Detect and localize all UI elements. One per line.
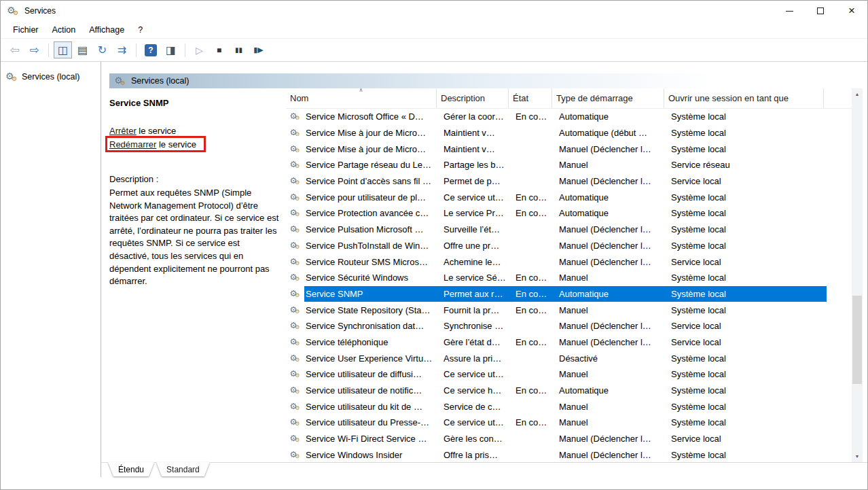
cell-session: Système local xyxy=(667,366,827,383)
scrollbar-thumb[interactable] xyxy=(852,296,862,384)
cell-description: Assure la pri… xyxy=(439,350,511,366)
table-row[interactable]: Service Synchronisation dat…Synchronise … xyxy=(286,318,852,334)
table-row-selected[interactable]: Service SNMPPermet aux r…En co…Automatiq… xyxy=(286,286,852,302)
table-row[interactable]: Service Partage réseau du Le…Partage les… xyxy=(286,157,852,173)
menu-action[interactable]: Action xyxy=(46,22,83,37)
column-header-label: État xyxy=(513,93,528,103)
column-header-description[interactable]: Description xyxy=(437,88,509,108)
table-row[interactable]: Service Sécurité WindowsLe service Sé…En… xyxy=(286,270,852,286)
row-columns: Service Microsoft Office « D…Gérer la co… xyxy=(304,109,827,125)
close-button[interactable]: × xyxy=(836,1,867,21)
table-row[interactable]: Service Pulsation Microsoft …Surveille l… xyxy=(286,222,852,238)
row-columns: Service utilisateur du kit de …Service d… xyxy=(304,398,827,415)
menu-affichage[interactable]: Affichage xyxy=(82,22,131,37)
column-header-etat[interactable]: État xyxy=(509,88,552,108)
table-row[interactable]: Service Routeur SMS Micros…Achemine le…M… xyxy=(286,253,852,270)
cell-nom: Service State Repository (Sta… xyxy=(304,302,439,318)
export-list-icon[interactable]: ⇉ xyxy=(113,41,131,58)
cell-description: Permet de p… xyxy=(439,173,511,190)
menu-fichier[interactable]: Fichier xyxy=(6,22,46,37)
cell-etat: En co… xyxy=(511,415,555,431)
column-header-type-demarrage[interactable]: Type de démarrage xyxy=(552,88,664,108)
cell-description: Ce service ut… xyxy=(439,366,511,383)
table-row[interactable]: Service User Experience Virtu…Assure la … xyxy=(286,350,852,366)
row-columns: Service téléphoniqueGère l’état d…En co…… xyxy=(304,334,827,351)
show-hide-action-pane-icon[interactable]: ◨ xyxy=(162,41,180,58)
service-gear-icon xyxy=(289,402,303,412)
cell-session: Système local xyxy=(667,189,827,205)
minimize-button[interactable] xyxy=(774,1,805,21)
cell-etat xyxy=(511,173,555,190)
cell-description: Surveille l’ét… xyxy=(439,222,511,238)
main-area: Services (local) Services (local) Servic… xyxy=(1,62,867,477)
column-header-session[interactable]: Ouvrir une session en tant que xyxy=(664,88,824,108)
stop-service-link[interactable]: Arrêter xyxy=(109,126,137,136)
table-row[interactable]: Service utilisateur du Presse-…Ce servic… xyxy=(286,415,852,431)
table-row[interactable]: Service utilisateur du kit de …Service d… xyxy=(286,398,852,415)
help-icon[interactable]: ? xyxy=(145,44,157,56)
service-gear-icon xyxy=(289,176,303,186)
scroll-down-button[interactable]: ▼ xyxy=(852,451,863,462)
cell-session: Service local xyxy=(667,253,827,270)
table-row[interactable]: Service Windows InsiderOffre la pris…Man… xyxy=(286,447,852,462)
cell-description: Maintient v… xyxy=(439,125,511,141)
service-gear-icon xyxy=(289,128,303,138)
row-columns: Service Protection avancée c…Le service … xyxy=(304,205,827,222)
cell-type-demarrage: Manuel (Déclencher l… xyxy=(555,238,667,254)
restart-service-icon[interactable]: ▮▶ xyxy=(249,41,268,58)
service-gear-icon xyxy=(289,289,303,299)
row-columns: Service Partage réseau du Le…Partage les… xyxy=(304,157,827,173)
cell-description: Gère l’état d… xyxy=(439,334,511,351)
list-header: Nom∧DescriptionÉtatType de démarrageOuvr… xyxy=(286,88,852,109)
stop-service-icon[interactable]: ■ xyxy=(210,41,228,58)
toolbar-separator xyxy=(48,43,49,57)
tab-etendu[interactable]: Étendu xyxy=(108,462,154,476)
table-row[interactable]: Service Mise à jour de Micro…Maintient v… xyxy=(286,141,852,157)
row-columns: Service Routeur SMS Micros…Achemine le…M… xyxy=(304,253,827,270)
properties-icon[interactable]: ▤ xyxy=(73,41,92,58)
pause-service-icon[interactable]: ▮▮ xyxy=(230,41,248,58)
scroll-up-button[interactable]: ▲ xyxy=(852,88,863,100)
cell-description: Partage les b… xyxy=(439,157,511,173)
service-gear-icon xyxy=(289,305,303,315)
back-icon[interactable]: ⇦ xyxy=(5,41,24,58)
tab-standard-shape: Standard xyxy=(156,462,210,477)
table-row[interactable]: Service Microsoft Office « D…Gérer la co… xyxy=(286,109,852,125)
menubar: FichierActionAffichage? xyxy=(1,21,867,39)
cell-description: Maintient v… xyxy=(439,141,511,157)
cell-description: Gérer la coor… xyxy=(439,109,511,125)
services-panel: Services (local) Service SNMP Arrêter le… xyxy=(101,62,867,477)
cell-etat xyxy=(511,350,555,366)
maximize-button[interactable] xyxy=(805,1,836,21)
table-row[interactable]: Service utilisateur de notific…Ce servic… xyxy=(286,383,852,399)
table-row[interactable]: Service pour utilisateur de pl…Ce servic… xyxy=(286,189,852,205)
table-row[interactable]: Service téléphoniqueGère l’état d…En co…… xyxy=(286,334,852,351)
table-row[interactable]: Service Wi-Fi Direct Service …Gère les c… xyxy=(286,431,852,447)
restart-service-link[interactable]: Redémarrer xyxy=(109,139,156,150)
cell-nom: Service pour utilisateur de pl… xyxy=(304,189,439,205)
column-header-label: Nom xyxy=(290,93,308,103)
column-header-nom[interactable]: Nom∧ xyxy=(286,88,437,108)
table-row[interactable]: Service Mise à jour de Micro…Maintient v… xyxy=(286,125,852,141)
tree-item-services-local[interactable]: Services (local) xyxy=(1,70,101,84)
table-row[interactable]: Service utilisateur de diffusi…Ce servic… xyxy=(286,366,852,383)
table-row[interactable]: Service Protection avancée c…Le service … xyxy=(286,205,852,222)
refresh-icon[interactable]: ↻ xyxy=(93,41,111,58)
cell-description: Ce service ut… xyxy=(439,415,511,431)
tab-standard[interactable]: Standard xyxy=(156,462,210,476)
service-gear-icon xyxy=(289,369,303,379)
vertical-scrollbar[interactable]: ▲ ▼ xyxy=(852,88,863,462)
row-columns: Service Synchronisation dat…Synchronise … xyxy=(304,318,827,334)
forward-icon[interactable]: ⇨ xyxy=(25,41,43,58)
cell-etat: En co… xyxy=(511,109,555,125)
menu-aide[interactable]: ? xyxy=(131,22,149,37)
services-app-icon xyxy=(7,5,20,17)
table-row[interactable]: Service Point d’accès sans fil …Permet d… xyxy=(286,173,852,190)
start-service-icon[interactable]: ▷ xyxy=(190,41,209,58)
show-hide-console-tree-icon[interactable]: ◫ xyxy=(54,41,72,58)
table-row[interactable]: Service PushToInstall de Win…Offre une p… xyxy=(286,238,852,254)
cell-nom: Service Routeur SMS Micros… xyxy=(304,253,439,270)
table-row[interactable]: Service State Repository (Sta…Fournit la… xyxy=(286,302,852,318)
service-gear-icon xyxy=(289,144,303,154)
cell-nom: Service téléphonique xyxy=(304,334,439,351)
